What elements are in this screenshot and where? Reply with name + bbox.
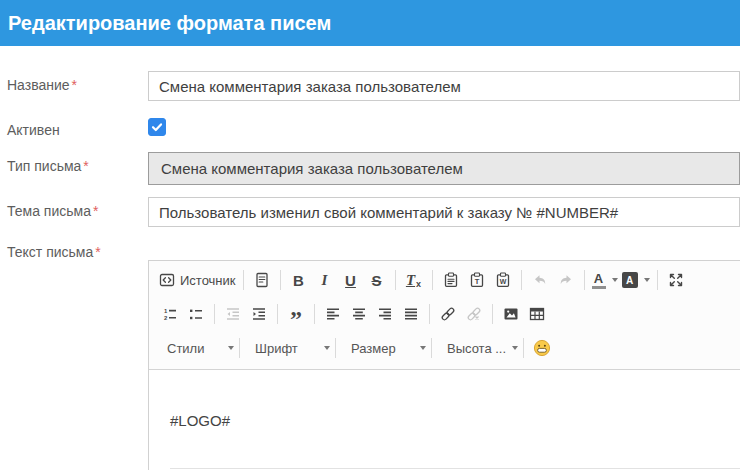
active-label: Активен [7,116,148,138]
line-height-dropdown[interactable]: Высота ... [437,335,518,361]
blockquote-icon: ” [290,304,302,324]
font-dropdown[interactable]: Шрифт [245,335,330,361]
chevron-down-icon [228,346,234,350]
align-center-button[interactable] [346,301,372,327]
unlink-button[interactable] [461,301,487,327]
subject-label: Тема письма* [7,197,148,227]
table-icon [529,306,545,322]
editor-content-area[interactable]: #LOGO# [149,370,740,470]
paste-button[interactable] [438,267,464,293]
name-input[interactable] [148,71,740,101]
active-checkbox[interactable] [148,118,166,136]
text-color-button[interactable]: A [590,267,620,293]
toolbar-row-2: 12 ” [157,297,740,331]
required-asterisk: * [83,158,88,174]
image-icon [503,306,519,322]
paste-icon [443,272,459,288]
required-asterisk: * [95,244,100,260]
field-row-subject: Тема письма* [7,197,740,227]
toolbar-separator [523,338,524,358]
chevron-down-icon [612,278,618,282]
align-justify-icon [403,306,419,322]
name-label: Название* [7,71,148,101]
required-asterisk: * [93,203,98,219]
svg-text:T: T [474,277,479,286]
svg-text:2: 2 [164,315,168,321]
align-justify-button[interactable] [398,301,424,327]
toolbar-separator [492,304,493,324]
smiley-icon [533,339,551,357]
chevron-down-icon [324,346,330,350]
type-label: Тип письма* [7,152,148,185]
align-right-icon [377,306,393,322]
toolbar-separator [432,270,433,290]
strikethrough-button[interactable]: S [364,267,390,293]
type-field-disabled: Смена комментария заказа пользователем [148,152,740,185]
image-button[interactable] [498,301,524,327]
field-row-type: Тип письма* Смена комментария заказа пол… [7,152,740,185]
toolbar-row-1: Источник B I U S Tx T W [157,263,740,297]
unlink-icon [466,306,482,322]
subject-input[interactable] [148,197,740,227]
toolbar-separator [314,304,315,324]
decrease-indent-button[interactable] [220,301,246,327]
chevron-down-icon [644,278,650,282]
required-asterisk: * [72,77,77,93]
undo-button[interactable] [527,267,553,293]
toolbar-separator [431,338,432,358]
paste-from-word-button[interactable]: W [490,267,516,293]
outdent-icon [225,306,241,322]
bulleted-list-button[interactable] [183,301,209,327]
paste-as-text-button[interactable]: T [464,267,490,293]
align-left-icon [325,306,341,322]
table-button[interactable] [524,301,550,327]
page-title: Редактирование формата писем [8,12,331,35]
styles-dropdown[interactable]: Стили [157,335,234,361]
numbered-list-icon: 12 [162,306,178,322]
toolbar-separator [277,304,278,324]
field-row-name: Название* [7,71,740,101]
toolbar-separator [214,304,215,324]
horizontal-rule [170,468,740,469]
align-left-button[interactable] [320,301,346,327]
paste-text-icon: T [469,272,485,288]
check-icon [151,121,163,133]
maximize-button[interactable] [663,267,689,293]
text-color-icon: A [592,272,606,289]
link-button[interactable] [435,301,461,327]
italic-button[interactable]: I [312,267,338,293]
blockquote-button[interactable]: ” [283,301,309,327]
smiley-button[interactable] [529,335,555,361]
field-row-active: Активен [7,116,740,138]
font-size-dropdown[interactable]: Размер [341,335,426,361]
page-header: Редактирование формата писем [0,0,740,46]
editor-toolbar: Источник B I U S Tx T W [149,261,740,370]
align-center-icon [351,306,367,322]
svg-text:1: 1 [164,308,168,314]
toolbar-separator [280,270,281,290]
redo-icon [558,272,574,288]
link-icon [440,306,456,322]
svg-text:W: W [499,278,506,285]
background-color-button[interactable]: A [620,267,652,293]
underline-button[interactable]: U [338,267,364,293]
increase-indent-button[interactable] [246,301,272,327]
chevron-down-icon [512,346,518,350]
bold-button[interactable]: B [286,267,312,293]
maximize-icon [668,272,684,288]
editor-text-line: #LOGO# [170,412,740,429]
toolbar-separator [395,270,396,290]
source-code-icon [159,272,175,288]
remove-format-button[interactable]: Tx [401,267,427,293]
align-right-button[interactable] [372,301,398,327]
bulleted-list-icon [188,306,204,322]
toolbar-separator [239,338,240,358]
paste-word-icon: W [495,272,511,288]
source-button[interactable]: Источник [157,267,238,293]
toolbar-separator [657,270,658,290]
templates-button[interactable] [249,267,275,293]
redo-button[interactable] [553,267,579,293]
numbered-list-button[interactable]: 12 [157,301,183,327]
body-label: Текст письма* [7,238,148,260]
toolbar-separator [243,270,244,290]
